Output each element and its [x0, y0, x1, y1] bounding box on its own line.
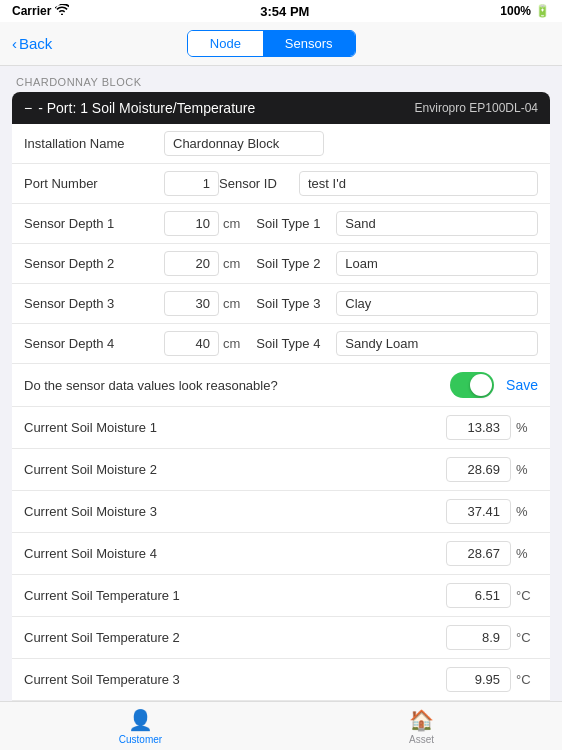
tab-node[interactable]: Node — [188, 31, 263, 56]
battery-percentage: 100% — [500, 4, 531, 18]
reading-label-3: Current Soil Moisture 4 — [24, 546, 446, 561]
carrier-label: Carrier — [12, 4, 51, 18]
nav-tabs: Node Sensors — [187, 30, 356, 57]
soil-type-2-label: Soil Type 2 — [256, 256, 336, 271]
tab-customer[interactable]: 👤 Customer — [0, 708, 281, 745]
back-chevron-icon: ‹ — [12, 35, 17, 52]
reasonable-label: Do the sensor data values look reasonabl… — [24, 378, 450, 393]
wifi-icon — [55, 4, 69, 18]
reading-row: Current Soil Temperature 2 8.9 °C — [12, 617, 550, 659]
sensor-id-label: Sensor ID — [219, 176, 299, 191]
reading-row: Current Soil Temperature 3 9.95 °C — [12, 659, 550, 701]
sensor-depth-3-input[interactable] — [164, 291, 219, 316]
sensor-depth-1-row: Sensor Depth 1 cm Soil Type 1 — [12, 204, 550, 244]
soil-type-2-group: Soil Type 2 — [256, 251, 538, 276]
main-content: CHARDONNAY BLOCK − - Port: 1 Soil Moistu… — [0, 66, 562, 701]
customer-label: Customer — [119, 734, 162, 745]
reading-unit-1: % — [516, 462, 538, 477]
port1-toggle-icon[interactable]: − — [24, 100, 32, 116]
soil-type-1-group: Soil Type 1 — [256, 211, 538, 236]
port1-card: − - Port: 1 Soil Moisture/Temperature En… — [12, 92, 550, 701]
sensor-depth-4-unit: cm — [223, 336, 240, 351]
sensor-depth-1-unit: cm — [223, 216, 240, 231]
reading-value-1: 28.69 — [446, 457, 511, 482]
reading-row: Current Soil Moisture 2 28.69 % — [12, 449, 550, 491]
save-button[interactable]: Save — [506, 377, 538, 393]
reading-row: Current Soil Moisture 1 13.83 % — [12, 407, 550, 449]
port1-header: − - Port: 1 Soil Moisture/Temperature En… — [12, 92, 550, 124]
soil-type-3-group: Soil Type 3 — [256, 291, 538, 316]
sensor-depth-1-input[interactable] — [164, 211, 219, 236]
reading-unit-2: % — [516, 504, 538, 519]
battery-icon: 🔋 — [535, 4, 550, 18]
reading-value-6: 9.95 — [446, 667, 511, 692]
soil-type-4-group: Soil Type 4 — [256, 331, 538, 356]
tab-sensors[interactable]: Sensors — [263, 31, 355, 56]
reading-label-1: Current Soil Moisture 2 — [24, 462, 446, 477]
reasonable-toggle[interactable] — [450, 372, 494, 398]
back-label: Back — [19, 35, 52, 52]
port1-header-info: − - Port: 1 Soil Moisture/Temperature — [24, 100, 255, 116]
installation-name-input[interactable] — [164, 131, 324, 156]
asset-label: Asset — [409, 734, 434, 745]
port-number-row: Port Number Sensor ID — [12, 164, 550, 204]
reading-label-4: Current Soil Temperature 1 — [24, 588, 446, 603]
customer-icon: 👤 — [128, 708, 153, 732]
sensor-id-input[interactable] — [299, 171, 538, 196]
reading-unit-4: °C — [516, 588, 538, 603]
reading-unit-0: % — [516, 420, 538, 435]
soil-type-1-label: Soil Type 1 — [256, 216, 336, 231]
status-right: 100% 🔋 — [500, 4, 550, 18]
reading-unit-6: °C — [516, 672, 538, 687]
tab-asset[interactable]: 🏠 Asset — [281, 708, 562, 745]
sensor-depth-2-unit: cm — [223, 256, 240, 271]
reading-label-6: Current Soil Temperature 3 — [24, 672, 446, 687]
status-left: Carrier — [12, 4, 69, 18]
sensor-depth-1-label: Sensor Depth 1 — [24, 216, 164, 231]
port-number-input[interactable] — [164, 171, 219, 196]
nav-bar: ‹ Back Node Sensors — [0, 22, 562, 66]
soil-type-3-label: Soil Type 3 — [256, 296, 336, 311]
soil-type-4-input[interactable] — [336, 331, 538, 356]
sensor-depth-4-label: Sensor Depth 4 — [24, 336, 164, 351]
soil-type-1-input[interactable] — [336, 211, 538, 236]
back-button[interactable]: ‹ Back — [12, 35, 52, 52]
status-time: 3:54 PM — [260, 4, 309, 19]
reading-label-5: Current Soil Temperature 2 — [24, 630, 446, 645]
reasonable-row: Do the sensor data values look reasonabl… — [12, 364, 550, 407]
installation-name-label: Installation Name — [24, 136, 164, 151]
soil-type-2-input[interactable] — [336, 251, 538, 276]
reading-row: Current Soil Moisture 3 37.41 % — [12, 491, 550, 533]
status-bar: Carrier 3:54 PM 100% 🔋 — [0, 0, 562, 22]
sensor-depth-2-label: Sensor Depth 2 — [24, 256, 164, 271]
reading-value-3: 28.67 — [446, 541, 511, 566]
reading-value-0: 13.83 — [446, 415, 511, 440]
reading-value-5: 8.9 — [446, 625, 511, 650]
port1-device: Enviropro EP100DL-04 — [415, 101, 538, 115]
readings-list: Current Soil Moisture 1 13.83 % Current … — [12, 407, 550, 701]
sensor-depth-4-input[interactable] — [164, 331, 219, 356]
reading-row: Current Soil Moisture 4 28.67 % — [12, 533, 550, 575]
soil-type-4-label: Soil Type 4 — [256, 336, 336, 351]
section-label: CHARDONNAY BLOCK — [12, 76, 550, 88]
reading-unit-5: °C — [516, 630, 538, 645]
reading-value-2: 37.41 — [446, 499, 511, 524]
reading-unit-3: % — [516, 546, 538, 561]
port1-header-label: - Port: 1 Soil Moisture/Temperature — [38, 100, 255, 116]
sensor-depth-4-row: Sensor Depth 4 cm Soil Type 4 — [12, 324, 550, 364]
sensor-depth-3-unit: cm — [223, 296, 240, 311]
reading-label-0: Current Soil Moisture 1 — [24, 420, 446, 435]
port-number-label: Port Number — [24, 176, 164, 191]
tab-bar: 👤 Customer 🏠 Asset — [0, 701, 562, 750]
reading-row: Current Soil Temperature 1 6.51 °C — [12, 575, 550, 617]
sensor-depth-3-row: Sensor Depth 3 cm Soil Type 3 — [12, 284, 550, 324]
installation-name-row: Installation Name — [12, 124, 550, 164]
sensor-id-group: Sensor ID — [219, 171, 538, 196]
soil-type-3-input[interactable] — [336, 291, 538, 316]
sensor-depth-2-row: Sensor Depth 2 cm Soil Type 2 — [12, 244, 550, 284]
sensor-depth-2-input[interactable] — [164, 251, 219, 276]
reading-label-2: Current Soil Moisture 3 — [24, 504, 446, 519]
reading-value-4: 6.51 — [446, 583, 511, 608]
sensor-depth-3-label: Sensor Depth 3 — [24, 296, 164, 311]
asset-icon: 🏠 — [409, 708, 434, 732]
